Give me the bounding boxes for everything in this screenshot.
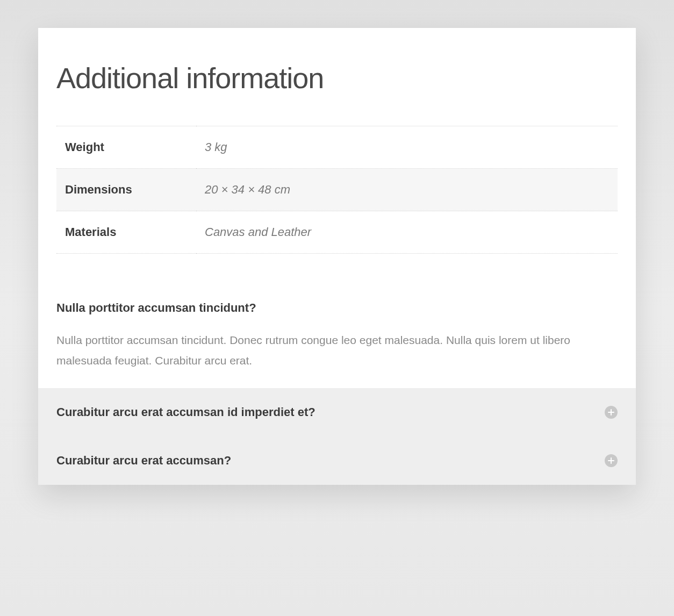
accordion-title-3: Curabitur arcu erat accumsan?: [56, 454, 231, 468]
table-row: Materials Canvas and Leather: [56, 211, 618, 254]
table-row: Dimensions 20 × 34 × 48 cm: [56, 169, 618, 211]
accordion: Nulla porttitor accumsan tincidunt? Null…: [38, 291, 636, 485]
table-row: Weight 3 kg: [56, 126, 618, 169]
plus-icon: [605, 454, 618, 467]
plus-icon: [605, 406, 618, 419]
accordion-title-1: Nulla porttitor accumsan tincidunt?: [56, 301, 256, 315]
card-inner: Additional information Weight 3 kg Dimen…: [38, 28, 636, 254]
attr-label-dimensions: Dimensions: [56, 169, 196, 211]
accordion-item-1: Nulla porttitor accumsan tincidunt? Null…: [38, 291, 636, 388]
attr-value-weight: 3 kg: [196, 126, 618, 169]
accordion-item-3: Curabitur arcu erat accumsan?: [38, 436, 636, 485]
accordion-header-3[interactable]: Curabitur arcu erat accumsan?: [56, 454, 618, 468]
accordion-item-2: Curabitur arcu erat accumsan id imperdie…: [38, 388, 636, 436]
attr-value-materials: Canvas and Leather: [196, 211, 618, 254]
attr-value-dimensions: 20 × 34 × 48 cm: [196, 169, 618, 211]
page-title: Additional information: [56, 61, 618, 95]
attr-label-weight: Weight: [56, 126, 196, 169]
accordion-title-2: Curabitur arcu erat accumsan id imperdie…: [56, 405, 316, 419]
accordion-header-2[interactable]: Curabitur arcu erat accumsan id imperdie…: [56, 405, 618, 419]
accordion-header-1[interactable]: Nulla porttitor accumsan tincidunt?: [56, 301, 618, 315]
info-card: Additional information Weight 3 kg Dimen…: [38, 28, 636, 485]
accordion-content-1: Nulla porttitor accumsan tincidunt. Done…: [56, 330, 618, 371]
attr-label-materials: Materials: [56, 211, 196, 254]
attributes-table: Weight 3 kg Dimensions 20 × 34 × 48 cm M…: [56, 126, 618, 254]
